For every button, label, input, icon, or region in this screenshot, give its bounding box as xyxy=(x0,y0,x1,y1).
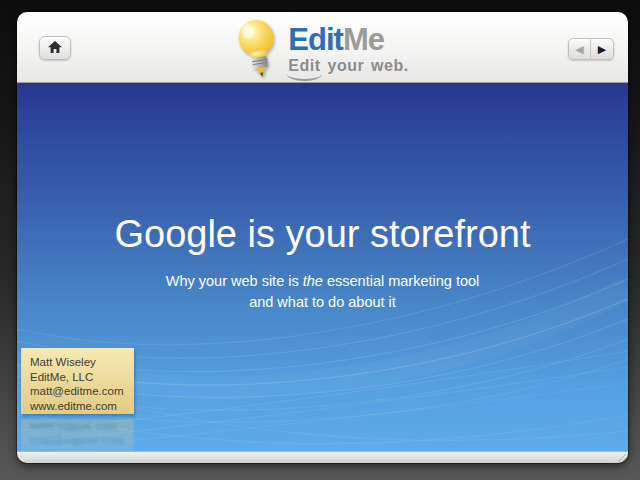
brand-name-me: Me xyxy=(343,22,384,57)
subtitle-line1-italic: the xyxy=(303,273,323,289)
subtitle-line1-pre: Why your web site is xyxy=(166,273,303,289)
brand-tagline-edit: Edit xyxy=(288,58,320,74)
presentation-player: EditMe Edit your web. ◀ ▶ xyxy=(17,12,628,463)
note-line-company: EditMe, LLC xyxy=(30,370,128,385)
speaker-note-reflection: Matt Wiseley EditMe, LLC matt@editme.com… xyxy=(21,419,134,451)
slide-subtitle: Why your web site is the essential marke… xyxy=(17,271,628,313)
note-line-email: matt@editme.com xyxy=(30,384,128,399)
brand-logo: EditMe Edit your web. xyxy=(17,12,628,83)
lightbulb-pencil-icon xyxy=(232,15,287,83)
brand-tagline-rest: your web. xyxy=(321,57,409,74)
brand-name-edit: Edit xyxy=(288,22,343,57)
note-line-name: Matt Wiseley xyxy=(30,355,128,370)
brand-tagline: Edit your web. xyxy=(288,58,408,74)
player-footer xyxy=(17,451,628,463)
player-header: EditMe Edit your web. ◀ ▶ xyxy=(17,12,628,83)
slide-subtitle-line1: Why your web site is the essential marke… xyxy=(17,271,628,292)
slide-area[interactable]: Google is your storefront Why your web s… xyxy=(17,83,628,451)
slide-nav-controls: ◀ ▶ xyxy=(568,38,614,60)
brand-text-stack: EditMe Edit your web. xyxy=(288,24,408,74)
subtitle-line1-post: essential marketing tool xyxy=(323,273,479,289)
previous-arrow-icon: ◀ xyxy=(575,44,583,55)
slide-subtitle-line2: and what to do about it xyxy=(17,292,628,313)
brand-name: EditMe xyxy=(288,24,408,55)
slide-title: Google is your storefront xyxy=(17,213,628,256)
previous-slide-button[interactable]: ◀ xyxy=(569,39,591,59)
note-line-website: www.editme.com xyxy=(30,399,128,414)
next-slide-button[interactable]: ▶ xyxy=(591,39,613,59)
speaker-note-card: Matt Wiseley EditMe, LLC matt@editme.com… xyxy=(21,348,134,414)
page-background: { "header": { "logo": { "brand_edit": "E… xyxy=(0,0,640,480)
next-arrow-icon: ▶ xyxy=(598,44,606,55)
resize-handle[interactable] xyxy=(616,452,626,462)
